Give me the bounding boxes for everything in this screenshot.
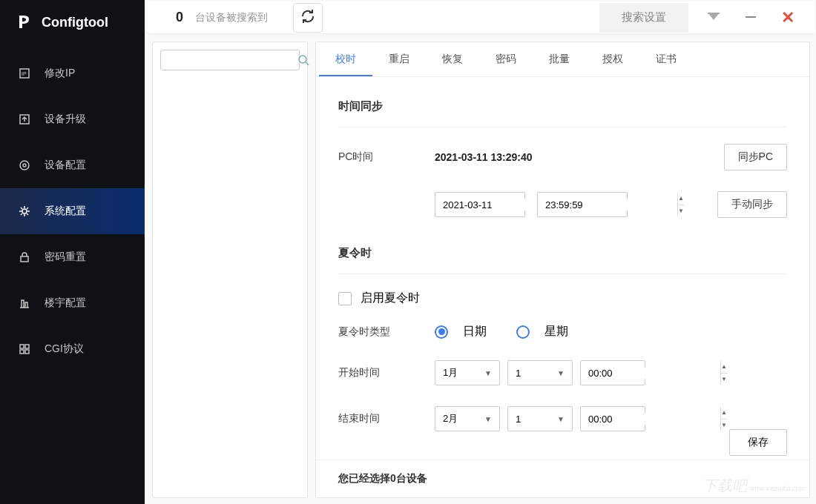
spinner-down-icon[interactable]: ▼ xyxy=(721,374,727,385)
sidebar-item-password-reset[interactable]: 密码重置 xyxy=(0,234,145,280)
spinner-up-icon[interactable]: ▲ xyxy=(678,193,684,205)
tab-batch[interactable]: 批量 xyxy=(533,42,586,76)
spinner-up-icon[interactable]: ▲ xyxy=(721,407,727,420)
dst-type-label: 夏令时类型 xyxy=(338,325,435,339)
time-input[interactable]: ▲▼ xyxy=(537,192,628,217)
time-sync-title: 时间同步 xyxy=(338,92,787,127)
sync-pc-button[interactable]: 同步PC xyxy=(724,144,787,170)
filter-button[interactable] xyxy=(702,6,725,30)
dst-radio-week[interactable]: 星期 xyxy=(516,324,568,339)
dst-start-row: 开始时间 1月▼ 1▼ ▲▼ xyxy=(338,360,787,385)
device-count-label: 台设备被搜索到 xyxy=(195,11,268,24)
search-icon[interactable] xyxy=(297,51,309,69)
radio-icon xyxy=(516,325,530,339)
radio-date-label: 日期 xyxy=(463,324,487,339)
dst-enable-row: 启用夏令时 xyxy=(338,291,787,306)
brand-logo-icon xyxy=(16,13,33,31)
search-input[interactable] xyxy=(161,55,297,66)
dst-start-month-select[interactable]: 1月▼ xyxy=(435,360,500,385)
main-area: 0 台设备被搜索到 搜索设置 ✕ xyxy=(145,0,816,504)
chevron-down-icon: ▼ xyxy=(557,369,565,377)
dst-type-row: 夏令时类型 日期 星期 xyxy=(338,324,787,339)
dst-end-day-select[interactable]: 1▼ xyxy=(507,406,573,431)
date-input[interactable]: ▲▼ xyxy=(435,192,525,217)
svg-rect-8 xyxy=(25,345,29,348)
chevron-down-icon: ▼ xyxy=(484,415,492,423)
tab-restart[interactable]: 重启 xyxy=(372,42,426,76)
selection-footer: 您已经选择0台设备 xyxy=(316,460,809,497)
radio-icon xyxy=(435,325,448,339)
settings-panel: 校时 重启 恢复 密码 批量 授权 证书 时间同步 PC时间 2021-03-1… xyxy=(315,42,810,498)
grid-icon xyxy=(18,342,31,356)
sidebar-item-system-config[interactable]: 系统配置 xyxy=(0,188,145,234)
sidebar-item-label: 密码重置 xyxy=(45,251,86,264)
sidebar-item-label: 系统配置 xyxy=(45,205,86,218)
filter-icon xyxy=(708,11,720,24)
pc-time-value: 2021-03-11 13:29:40 xyxy=(435,151,533,163)
dst-start-label: 开始时间 xyxy=(338,366,435,379)
refresh-button[interactable] xyxy=(293,3,323,33)
brand: Configtool xyxy=(0,0,145,50)
svg-rect-10 xyxy=(25,350,29,354)
chevron-down-icon: ▼ xyxy=(557,415,565,423)
svg-rect-12 xyxy=(746,16,756,18)
system-config-icon xyxy=(18,205,31,218)
tab-authorize[interactable]: 授权 xyxy=(586,42,639,76)
dst-radio-date[interactable]: 日期 xyxy=(435,324,487,339)
sidebar-item-label: 设备升级 xyxy=(45,113,86,126)
dst-start-time-input[interactable]: ▲▼ xyxy=(580,360,645,385)
svg-rect-6 xyxy=(21,256,28,262)
svg-point-4 xyxy=(23,164,26,167)
sidebar-item-label: CGI协议 xyxy=(45,342,84,356)
lock-icon xyxy=(18,251,31,264)
svg-point-5 xyxy=(22,209,27,213)
minimize-icon xyxy=(745,10,757,25)
tab-certificate[interactable]: 证书 xyxy=(639,42,693,76)
sidebar-item-label: 修改IP xyxy=(45,67,75,80)
minimize-button[interactable] xyxy=(739,6,763,30)
search-settings-button[interactable]: 搜索设置 xyxy=(599,3,688,33)
chevron-down-icon: ▼ xyxy=(484,369,492,377)
spinner-down-icon[interactable]: ▼ xyxy=(678,205,684,217)
sidebar-item-modify-ip[interactable]: IP 修改IP xyxy=(0,50,145,96)
dst-end-month-select[interactable]: 2月▼ xyxy=(435,406,500,431)
pc-time-label: PC时间 xyxy=(338,150,435,164)
dst-end-time-input[interactable]: ▲▼ xyxy=(580,406,645,431)
close-button[interactable]: ✕ xyxy=(776,6,800,30)
ip-icon: IP xyxy=(18,67,31,80)
building-icon xyxy=(18,296,31,310)
svg-text:IP: IP xyxy=(22,71,27,76)
save-button[interactable]: 保存 xyxy=(729,429,787,456)
manual-sync-button[interactable]: 手动同步 xyxy=(717,191,787,218)
svg-rect-7 xyxy=(20,345,24,348)
dst-end-row: 结束时间 2月▼ 1▼ ▲▼ xyxy=(338,406,787,431)
sidebar-item-device-upgrade[interactable]: 设备升级 xyxy=(0,96,145,142)
time-input-field[interactable] xyxy=(538,199,677,210)
device-count: 0 xyxy=(176,10,183,25)
pc-time-row: PC时间 2021-03-11 13:29:40 同步PC xyxy=(338,144,787,170)
device-list-panel xyxy=(152,42,308,498)
dst-end-label: 结束时间 xyxy=(338,412,435,425)
sidebar-item-cgi-protocol[interactable]: CGI协议 xyxy=(0,326,145,372)
upgrade-icon xyxy=(18,113,31,126)
refresh-icon xyxy=(300,8,316,27)
section-body: 时间同步 PC时间 2021-03-11 13:29:40 同步PC ▲▼ xyxy=(316,77,809,460)
tabs: 校时 重启 恢复 密码 批量 授权 证书 xyxy=(316,42,809,77)
spinner-down-icon[interactable]: ▼ xyxy=(721,420,727,431)
svg-point-13 xyxy=(299,56,306,63)
dst-start-day-select[interactable]: 1▼ xyxy=(507,360,573,385)
brand-title: Configtool xyxy=(42,15,108,30)
dst-title: 夏令时 xyxy=(338,239,787,274)
tab-time-sync[interactable]: 校时 xyxy=(319,42,372,76)
dst-enable-label: 启用夏令时 xyxy=(361,291,420,306)
tab-restore[interactable]: 恢复 xyxy=(426,42,479,76)
sidebar-item-building-config[interactable]: 楼宇配置 xyxy=(0,280,145,326)
tab-password[interactable]: 密码 xyxy=(479,42,533,76)
sidebar-item-label: 设备配置 xyxy=(45,159,86,172)
spinner-up-icon[interactable]: ▲ xyxy=(721,361,727,374)
sidebar-item-device-config[interactable]: 设备配置 xyxy=(0,142,145,188)
content: 校时 重启 恢复 密码 批量 授权 证书 时间同步 PC时间 2021-03-1… xyxy=(145,34,816,504)
dst-enable-checkbox[interactable] xyxy=(338,292,352,305)
sidebar-item-label: 楼宇配置 xyxy=(45,296,86,310)
close-icon: ✕ xyxy=(781,8,794,27)
